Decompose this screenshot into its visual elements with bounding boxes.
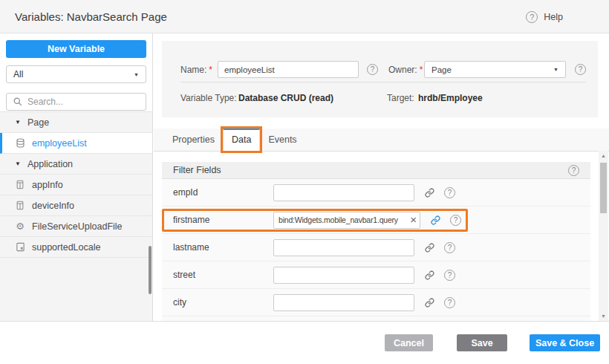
required-asterisk: *: [420, 65, 423, 75]
filter-fields-title: Filter Fields: [173, 165, 221, 175]
sidebar-scrollbar[interactable]: [149, 246, 152, 294]
owner-select[interactable]: Page ▼: [424, 61, 566, 78]
variables-sidebar: New Variable All ▼ ▼ Page: [0, 33, 153, 321]
database-icon: [15, 138, 25, 148]
owner-value: Page: [431, 65, 452, 74]
filter-row-lastname: lastname ?: [162, 234, 590, 261]
bind-link-icon[interactable]: [425, 188, 434, 198]
street-input[interactable]: [273, 267, 414, 284]
lastname-input[interactable]: [273, 239, 414, 256]
field-label: street: [173, 270, 273, 280]
field-label: city: [173, 297, 273, 308]
variable-filter-select[interactable]: All ▼: [6, 65, 146, 83]
content-scrollbar[interactable]: ▲ ▼: [599, 151, 608, 321]
filter-fields-panel: Filter Fields ? empId ? firstname ×: [162, 162, 590, 321]
caret-down-icon: ▼: [15, 161, 21, 167]
target-label: Target:: [387, 93, 414, 103]
dialog-footer: Cancel Save Save & Close: [0, 321, 609, 364]
tree-item-supportedlocale[interactable]: supportedLocale: [0, 237, 152, 258]
search-input[interactable]: [27, 97, 143, 107]
filter-row-empid: empId ?: [162, 179, 590, 207]
bind-link-icon[interactable]: [425, 270, 434, 280]
variable-summary-panel: Name:* ? Owner:* Page ▼ ? Variable Type:…: [162, 41, 598, 117]
field-help-icon[interactable]: ?: [444, 242, 455, 253]
tree-group-page[interactable]: ▼ Page: [0, 112, 152, 133]
bind-link-icon[interactable]: [425, 243, 434, 253]
device-icon: [15, 201, 25, 210]
save-and-close-button[interactable]: Save & Close: [530, 334, 600, 351]
field-help-icon[interactable]: ?: [450, 215, 461, 226]
help-question-icon: ?: [526, 11, 538, 23]
field-label: lastname: [173, 242, 273, 253]
help-label: Help: [544, 12, 563, 22]
clear-binding-icon[interactable]: ×: [410, 213, 417, 227]
device-icon: [15, 180, 25, 189]
locale-doc-icon: [15, 242, 25, 252]
tab-bar: Properties Data Events: [154, 129, 609, 152]
variable-filter-value: All: [13, 69, 23, 79]
tree-group-label: Application: [27, 159, 73, 169]
variable-type-label: Variable Type:: [180, 93, 237, 103]
field-label: empId: [173, 187, 273, 198]
owner-help-icon[interactable]: ?: [575, 64, 586, 75]
caret-down-icon: ▼: [15, 120, 21, 126]
tree-group-label: Page: [27, 117, 49, 128]
help-button[interactable]: ? Help: [526, 0, 563, 33]
name-field[interactable]: [218, 61, 359, 78]
firstname-input[interactable]: [273, 212, 420, 229]
save-button[interactable]: Save: [457, 334, 507, 351]
tree-item-fileserviceuploadfile[interactable]: ⚙ FileServiceUploadFile: [0, 216, 152, 237]
chevron-down-icon: ▼: [134, 72, 139, 77]
target-value: hrdb/Employee: [418, 93, 483, 103]
variable-type-value: Database CRUD (read): [238, 93, 333, 103]
panel-divider: [180, 82, 586, 82]
empid-input[interactable]: [273, 184, 414, 201]
filter-fields-help-icon[interactable]: ?: [568, 165, 579, 176]
owner-label: Owner:*: [388, 65, 423, 75]
search-icon: [13, 97, 23, 106]
chevron-down-icon: ▼: [553, 67, 558, 72]
tree-item-label: supportedLocale: [32, 242, 100, 253]
tree-item-label: employeeList: [32, 138, 87, 149]
name-help-icon[interactable]: ?: [367, 64, 378, 75]
new-variable-button[interactable]: New Variable: [6, 40, 146, 58]
tab-data[interactable]: Data: [223, 129, 260, 151]
scroll-down-icon[interactable]: ▼: [599, 313, 608, 319]
variables-tree: ▼ Page employeeList ▼ Application: [0, 111, 152, 321]
tree-item-label: appInfo: [32, 180, 63, 190]
bind-link-icon[interactable]: [431, 215, 440, 225]
gear-icon: ⚙: [15, 221, 25, 231]
variable-detail-panel: Name:* ? Owner:* Page ▼ ? Variable Type:…: [154, 33, 609, 321]
filter-row-firstname: firstname × ?: [162, 207, 590, 234]
name-label: Name:*: [180, 65, 212, 75]
bind-link-icon[interactable]: [425, 298, 434, 308]
tree-item-label: deviceInfo: [32, 201, 74, 211]
field-label: firstname: [173, 215, 273, 225]
filter-row-street: street ?: [162, 261, 590, 289]
tab-properties[interactable]: Properties: [164, 129, 223, 151]
field-help-icon[interactable]: ?: [444, 270, 455, 281]
variable-search[interactable]: [6, 93, 146, 111]
tree-group-application[interactable]: ▼ Application: [0, 154, 152, 175]
tree-item-label: FileServiceUploadFile: [32, 221, 123, 232]
scroll-up-icon[interactable]: ▲: [599, 153, 608, 158]
scrollbar-thumb[interactable]: [600, 163, 607, 213]
cancel-button[interactable]: Cancel: [385, 334, 433, 351]
dialog-header: Variables: NavbarSearch Page ? Help: [0, 0, 609, 33]
page-title: Variables: NavbarSearch Page: [15, 10, 167, 23]
required-asterisk: *: [209, 65, 212, 75]
tree-item-deviceinfo[interactable]: deviceInfo: [0, 195, 152, 216]
tab-events[interactable]: Events: [260, 129, 304, 151]
tree-item-appinfo[interactable]: appInfo: [0, 175, 152, 195]
tree-item-employeelist[interactable]: employeeList: [0, 133, 152, 154]
field-help-icon[interactable]: ?: [444, 187, 455, 198]
city-input[interactable]: [273, 294, 414, 311]
filter-fields-header: Filter Fields ?: [162, 162, 590, 179]
filter-row-city: city ?: [162, 289, 590, 316]
field-help-icon[interactable]: ?: [444, 297, 455, 308]
